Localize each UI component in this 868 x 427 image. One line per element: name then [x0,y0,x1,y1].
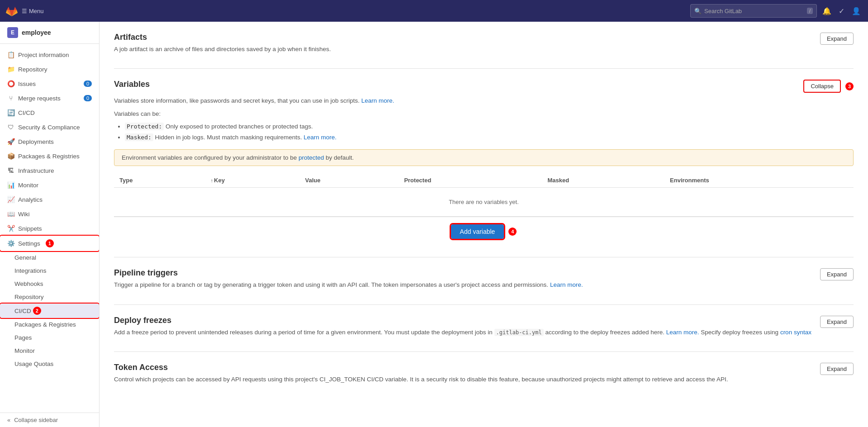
deploy-freezes-title: Deploy freezes [114,316,811,325]
sidebar-item-label: Security & Compliance [18,124,80,131]
cron-syntax-link[interactable]: cron syntax [780,329,811,336]
sub-item-usage-quotas[interactable]: Usage Quotas [0,357,99,370]
col-type: Type [114,173,205,188]
pipeline-triggers-section: Pipeline triggers Trigger a pipeline for… [114,257,854,304]
pipeline-triggers-learn-more[interactable]: Learn more. [550,281,583,288]
issues-badge: 0 [84,81,92,87]
sub-item-webhooks[interactable]: Webhooks [0,277,99,290]
pipeline-triggers-title-group: Pipeline triggers Trigger a pipeline for… [114,268,583,289]
token-access-expand-button[interactable]: Expand [820,363,854,375]
sidebar-item-label: Snippets [18,225,42,232]
sidebar-item-label: CI/CD [18,109,35,116]
variables-table-head: Type ↑Key Value Protected Masked Environ… [114,173,854,188]
sidebar-item-label: Deployments [18,138,54,145]
pipeline-triggers-desc: Trigger a pipeline for a branch or tag b… [114,280,583,289]
sidebar-item-label: Analytics [18,196,43,203]
infrastructure-icon: 🏗 [7,167,14,174]
protected-link[interactable]: protected [299,154,324,161]
sub-item-label: Packages & Registries [14,321,76,328]
monitor-icon: 📊 [7,181,14,189]
sub-item-cicd[interactable]: CI/CD 2 [0,304,99,318]
sub-item-monitor[interactable]: Monitor [0,344,99,357]
sidebar-item-deployments[interactable]: 🚀 Deployments [0,134,99,149]
sidebar-item-label: Settings [18,240,40,247]
pipeline-triggers-expand-button[interactable]: Expand [820,268,854,280]
artifacts-header: Artifacts A job artifact is an archive o… [114,33,854,54]
project-information-icon: 📋 [7,51,14,58]
username: employee [22,29,51,36]
masked-learn-more-link[interactable]: Learn more. [304,134,337,141]
sidebar-item-analytics[interactable]: 📈 Analytics [0,192,99,207]
step-badge-cicd: 2 [33,307,41,315]
variables-learn-more-link[interactable]: Learn more. [361,97,394,104]
sub-item-label: Integrations [14,267,47,274]
sub-item-label: Monitor [14,347,35,354]
token-access-title: Token Access [114,363,728,372]
variables-title-group: Variables [114,80,150,89]
deploy-freezes-expand-button[interactable]: Expand [820,316,854,328]
variables-can-be: Variables can be: [114,109,854,119]
menu-label: Menu [29,8,44,14]
sidebar-item-packages-registries[interactable]: 📦 Packages & Registries [0,149,99,163]
notifications-button[interactable]: 🔔 [821,5,833,17]
deploy-freezes-desc: Add a freeze period to prevent unintende… [114,328,811,337]
artifacts-expand-button[interactable]: Expand [820,33,854,45]
menu-button[interactable]: ☰ Menu [22,8,44,14]
artifacts-section: Artifacts A job artifact is an archive o… [114,22,854,69]
token-access-desc: Control which projects can be accessed b… [114,375,728,384]
artifacts-title-group: Artifacts A job artifact is an archive o… [114,33,331,54]
token-access-title-group: Token Access Control which projects can … [114,363,728,384]
sub-item-label: CI/CD [14,308,31,314]
sidebar-bottom: « Collapse sidebar [0,413,99,427]
deploy-freezes-code: .gitlab-ci.yml [494,329,544,336]
add-variable-container: Add variable 4 [114,217,854,246]
sidebar-item-snippets[interactable]: ✂️ Snippets [0,221,99,236]
sub-item-repository[interactable]: Repository [0,290,99,304]
add-variable-button[interactable]: Add variable [451,224,504,239]
merge-requests-icon: ⑂ [7,95,14,102]
sidebar-item-issues[interactable]: ⭕ Issues 0 [0,76,99,91]
sidebar-user: E employee [0,22,99,44]
artifacts-desc: A job artifact is an archive of files an… [114,45,331,54]
sidebar-item-wiki[interactable]: 📖 Wiki [0,207,99,221]
sub-item-integrations[interactable]: Integrations [0,264,99,277]
token-access-section: Token Access Control which projects can … [114,352,854,399]
col-key: ↑Key [205,173,300,188]
sidebar-item-merge-requests[interactable]: ⑂ Merge requests 0 [0,91,99,105]
sidebar-item-label: Packages & Registries [18,153,80,160]
bullet-protected: Protected: Only exposed to protected bra… [125,122,854,131]
deploy-freezes-header: Deploy freezes Add a freeze period to pr… [114,316,854,337]
sidebar-item-repository[interactable]: 📁 Repository [0,62,99,76]
sidebar-item-settings[interactable]: ⚙️ Settings 1 [0,236,99,251]
variables-empty-row: There are no variables yet. [114,188,854,217]
sidebar-item-infrastructure[interactable]: 🏗 Infrastructure [0,163,99,178]
col-environments: Environments [664,173,854,188]
deploy-freezes-title-group: Deploy freezes Add a freeze period to pr… [114,316,811,337]
todo-button[interactable]: ✓ [837,5,846,17]
settings-sub-items: General Integrations Webhooks Repository… [0,251,99,370]
sidebar-item-cicd-main[interactable]: 🔄 CI/CD [0,105,99,120]
sub-item-general[interactable]: General [0,251,99,264]
search-bar[interactable]: 🔍 Search GitLab / [690,4,817,18]
analytics-icon: 📈 [7,196,14,203]
deploy-freezes-section: Deploy freezes Add a freeze period to pr… [114,305,854,352]
main-layout: E employee 📋 Project information 📁 Repos… [0,22,868,427]
sub-item-pages[interactable]: Pages [0,331,99,344]
sidebar-item-monitor[interactable]: 📊 Monitor [0,178,99,192]
sidebar-item-project-information[interactable]: 📋 Project information [0,47,99,62]
sub-item-label: Usage Quotas [14,361,53,367]
variables-table-body: There are no variables yet. [114,188,854,217]
col-protected: Protected [398,173,542,188]
collapse-sidebar-button[interactable]: « Collapse sidebar [7,417,92,423]
deploy-freezes-learn-more[interactable]: Learn more. [666,329,699,336]
keyboard-shortcut: / [807,8,813,14]
step-badge-collapse: 3 [845,82,854,90]
sidebar-item-label: Monitor [18,182,38,189]
variables-collapse-button[interactable]: Collapse [803,80,841,93]
sidebar-item-security-compliance[interactable]: 🛡 Security & Compliance [0,120,99,134]
deployments-icon: 🚀 [7,138,14,145]
profile-button[interactable]: 👤 [850,5,863,17]
sub-item-packages-registries[interactable]: Packages & Registries [0,318,99,331]
search-icon: 🔍 [694,8,702,14]
sub-item-label: General [14,254,36,261]
